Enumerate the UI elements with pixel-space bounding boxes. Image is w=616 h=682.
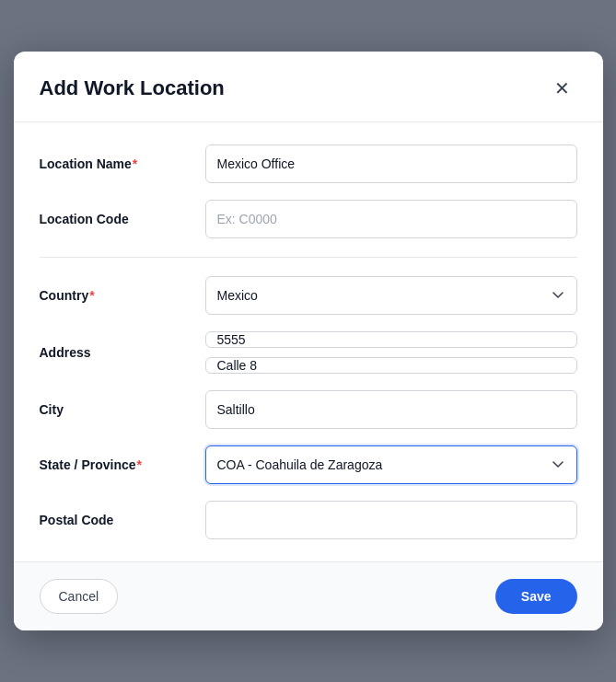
address-row: Address [40,331,577,374]
location-code-label: Location Code [40,212,205,226]
location-name-input[interactable] [205,144,577,183]
modal-overlay: Add Work Location ✕ Location Name* Locat… [0,0,616,682]
cancel-button[interactable]: Cancel [40,579,119,614]
address-fields [205,331,577,374]
save-button[interactable]: Save [495,579,577,614]
modal-body: Location Name* Location Code Country* M [14,122,603,561]
location-code-input[interactable] [205,200,577,238]
postal-code-label: Postal Code [40,513,205,527]
country-row: Country* Mexico [40,276,577,315]
form-section-address: Country* Mexico Address City [40,258,577,539]
state-select[interactable]: COA - Coahuila de Zaragoza [205,445,577,484]
state-row: State / Province* COA - Coahuila de Zara… [40,445,577,484]
location-name-label: Location Name* [40,156,205,171]
close-button[interactable]: ✕ [548,74,577,103]
close-icon: ✕ [554,77,570,99]
postal-code-row: Postal Code [40,501,577,539]
location-code-row: Location Code [40,200,577,238]
location-name-row: Location Name* [40,144,577,183]
city-input[interactable] [205,390,577,429]
city-label: City [40,402,205,417]
city-row: City [40,390,577,429]
modal-dialog: Add Work Location ✕ Location Name* Locat… [14,52,603,630]
modal-header: Add Work Location ✕ [14,52,603,122]
postal-code-input[interactable] [205,501,577,539]
country-label: Country* [40,288,205,303]
form-section-basic: Location Name* Location Code [40,144,577,258]
modal-footer: Cancel Save [14,561,603,630]
address-label: Address [40,345,205,360]
country-select[interactable]: Mexico [205,276,577,315]
address-line2-input[interactable] [205,357,577,374]
modal-title: Add Work Location [40,76,225,100]
address-line1-input[interactable] [205,331,577,348]
state-label: State / Province* [40,457,205,472]
